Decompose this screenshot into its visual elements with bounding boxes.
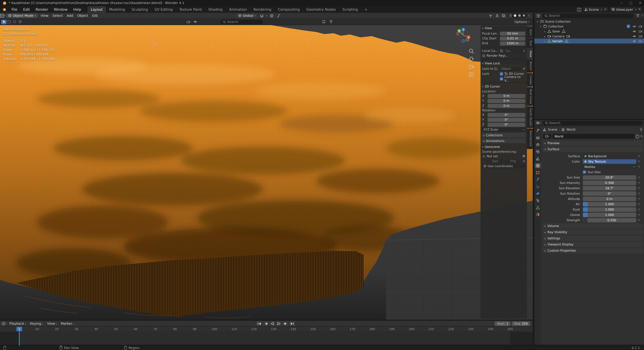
disable-render-icon[interactable]	[639, 25, 642, 28]
clip-start-field[interactable]: 0.01 m	[500, 36, 525, 40]
show-gizmo-icon[interactable]	[488, 13, 494, 18]
disable-render-icon[interactable]	[639, 30, 642, 33]
surface-shader-button[interactable]: Background	[583, 154, 636, 158]
cursor-location-y-field[interactable]: 0 m	[488, 99, 525, 103]
add-crs-button[interactable]: +	[523, 159, 525, 163]
collections-panel-header[interactable]: ▸Collections	[482, 133, 526, 137]
panel-header-settings[interactable]: ▸Settings	[542, 236, 643, 241]
navigation-gizmo[interactable]: X Y Z	[455, 27, 472, 44]
clip-end-field[interactable]: 1000 m	[500, 41, 525, 45]
prop-value-field[interactable]: 0.300	[583, 180, 636, 185]
workspace-tab-compositing[interactable]: Compositing	[274, 6, 303, 13]
sidebar-tab-create[interactable]: Create	[527, 73, 533, 86]
decorator-dot[interactable]	[638, 177, 640, 178]
close-button[interactable]: ✕	[639, 1, 642, 5]
workspace-tab-layout[interactable]: Layout	[88, 6, 106, 13]
viewport-menu-view[interactable]: View	[38, 14, 50, 17]
show-overlays-icon[interactable]	[495, 13, 500, 18]
orientation-dropdown[interactable]: Global ▾	[236, 13, 258, 18]
panel-header-preview[interactable]: ▸Preview	[542, 140, 643, 146]
menu-window[interactable]: Window	[51, 6, 70, 13]
decorator-dot[interactable]	[638, 209, 640, 210]
prop-slider-field[interactable]: 1.000	[583, 207, 636, 212]
proportional-edit-icon[interactable]	[269, 13, 274, 18]
cursor-rotation-x-field[interactable]: 0°	[488, 113, 525, 117]
cursor-panel-header[interactable]: ▾3D Cursor	[480, 84, 527, 89]
view-camera-lock-icon[interactable]	[186, 19, 191, 24]
menu-help[interactable]: Help	[70, 6, 84, 13]
unlink-world-icon[interactable]: ✕	[640, 135, 643, 138]
proj-button[interactable]: Proj	[505, 159, 522, 163]
fake-user-shield-icon[interactable]	[636, 134, 639, 138]
toggle-grid-icon[interactable]	[468, 72, 474, 77]
outliner-filter-icon[interactable]	[635, 13, 640, 18]
sky-type-dropdown[interactable]: Nishita▾	[583, 164, 636, 169]
jump-to-end-button[interactable]	[289, 321, 295, 326]
play-reverse-button[interactable]	[270, 321, 275, 326]
outliner-row-camera[interactable]: ▸Camera	[534, 34, 644, 38]
viewport-menu-object[interactable]: Object	[75, 14, 90, 17]
menu-file[interactable]: File	[8, 6, 20, 13]
strength-field[interactable]: 0.250	[587, 218, 636, 222]
local-camera-field[interactable]: Ca...	[504, 49, 522, 53]
properties-tab-material[interactable]	[534, 212, 541, 217]
move-view-icon[interactable]	[468, 56, 474, 62]
cursor-rotation-y-field[interactable]: 0°	[488, 118, 525, 122]
sidebar-tab-blendergis[interactable]: BlenderGIS	[527, 129, 533, 149]
menu-render[interactable]: Render	[33, 6, 51, 13]
properties-tab-scene[interactable]	[534, 156, 541, 161]
workspace-tab-geometry-nodes[interactable]: Geometry Nodes	[303, 6, 339, 13]
prop-value-field[interactable]: 0°	[583, 191, 636, 196]
prop-value-field[interactable]: 18.7°	[583, 186, 636, 190]
select-circle-icon[interactable]	[12, 19, 17, 24]
cursor-location-z-field[interactable]: 0 m	[488, 104, 525, 108]
disclosure-icon[interactable]: ▾	[536, 20, 539, 23]
filter-icon[interactable]	[328, 19, 334, 24]
decorator-dot[interactable]	[638, 182, 640, 184]
disclosure-icon[interactable]: ▾	[539, 25, 542, 28]
panel-header-volume[interactable]: ▸Volume	[542, 223, 643, 229]
prop-slider-field[interactable]: 1.000	[583, 202, 636, 206]
disclosure-icon[interactable]: ▸	[544, 39, 546, 42]
properties-tab-render[interactable]	[534, 135, 541, 140]
panel-header-viewport-display[interactable]: ▸Viewport Display	[542, 242, 643, 247]
rotation-order-dropdown[interactable]: XYZ Euler▾	[482, 127, 525, 131]
mode-dropdown[interactable]: Object Mode ▾	[6, 13, 38, 18]
workspace-tab-shading[interactable]: Shading	[205, 6, 226, 13]
color-source-button[interactable]: Sky Texture	[583, 159, 636, 164]
active-tool-icon[interactable]	[1, 19, 6, 24]
scene-selector[interactable]: Scene ＋ ✕	[582, 7, 608, 12]
world-name-field[interactable]: World	[552, 134, 634, 139]
sidebar-tab-tool[interactable]: Tool	[527, 38, 533, 48]
snap-magnet-icon[interactable]	[259, 13, 264, 18]
timeline-ruler[interactable]: 1020304050607080901001101201301401501601…	[0, 327, 533, 332]
view-layer-selector[interactable]: ViewLayer ＋ ✕	[610, 7, 642, 12]
workspace-tab-modeling[interactable]: Modeling	[106, 6, 128, 13]
workspace-tab-animation[interactable]: Animation	[226, 6, 250, 13]
frame-start-field[interactable]: Start1	[494, 321, 511, 326]
blender-menu-icon[interactable]	[0, 7, 8, 11]
local-camera-checkbox[interactable]	[500, 49, 503, 52]
frame-end-field[interactable]: End250	[512, 321, 530, 326]
new-scene-icon[interactable]: ＋	[600, 7, 603, 11]
properties-tab-particles[interactable]	[534, 184, 541, 189]
outliner-row-collection[interactable]: ▾Collection	[534, 24, 644, 29]
decorator-dot[interactable]	[638, 203, 640, 205]
viewport-visibility-icon[interactable]	[193, 19, 198, 24]
properties-search-input[interactable]: Search	[542, 120, 643, 125]
maximize-button[interactable]: □	[629, 1, 632, 5]
clear-camera-icon[interactable]: ✕	[523, 49, 525, 52]
workspace-tab-uv-editing[interactable]: UV Editing	[151, 6, 176, 13]
menu-edit[interactable]: Edit	[20, 6, 33, 13]
options-dropdown[interactable]: Options ▾	[514, 20, 530, 24]
xray-toggle-icon[interactable]	[501, 13, 507, 18]
collection-checkbox[interactable]	[627, 25, 630, 28]
hide-eye-icon[interactable]	[632, 39, 636, 42]
properties-tab-tool[interactable]	[534, 128, 541, 133]
eyedropper-icon[interactable]	[522, 67, 525, 70]
search-input[interactable]: Search	[220, 19, 263, 24]
lock-object-field[interactable]: Object	[500, 67, 521, 71]
geoscene-panel-header[interactable]: ▾Geoscene	[480, 144, 527, 150]
unlink-scene-icon[interactable]: ✕	[604, 8, 606, 11]
sun-disc-checkbox[interactable]	[583, 170, 586, 174]
